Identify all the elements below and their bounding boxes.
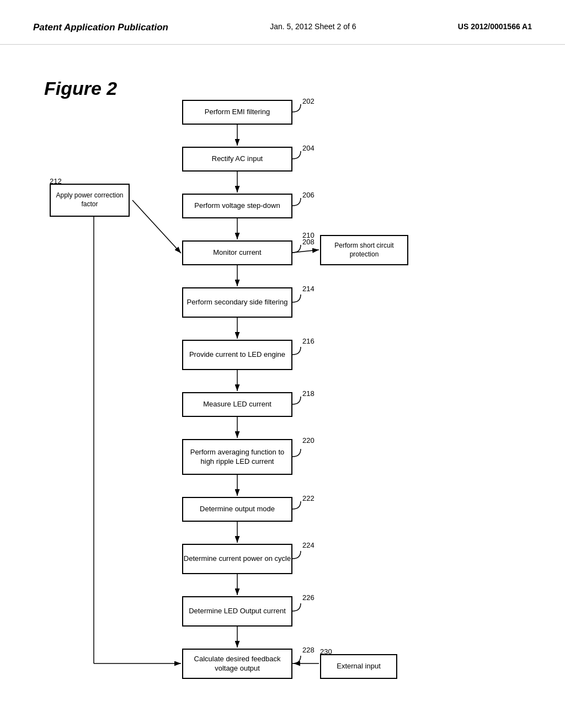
ref-210: 210 [302,231,315,239]
header-center: Jan. 5, 2012 Sheet 2 of 6 [270,22,356,31]
ref-224: 224 [302,541,315,549]
box-212: Apply power correction factor [50,184,130,217]
ref-204: 204 [302,144,315,152]
ref-202: 202 [302,97,315,105]
ref-220: 220 [302,436,315,445]
ref-226: 226 [302,593,315,602]
ref-206: 206 [302,191,315,199]
ref-216: 216 [302,337,315,345]
box-228: Calculate desired feedback voltage outpu… [182,649,292,679]
box-230: External input [320,654,397,679]
ref-222: 222 [302,494,315,502]
diagram-area: Figure 2 [0,45,565,718]
header-left: Patent Application Publication [33,22,168,33]
box-206: Perform voltage step-down [182,194,292,218]
box-204: Rectify AC input [182,147,292,172]
box-210: Perform short circuit protection [320,235,408,265]
box-224: Determine current power on cycle [182,544,292,574]
figure-label: Figure 2 [44,78,117,99]
header-right: US 2012/0001566 A1 [458,22,532,31]
svg-line-4 [292,250,319,253]
box-220: Perform averaging function to high rippl… [182,439,292,475]
box-202: Perform EMI filtering [182,100,292,125]
ref-218: 218 [302,389,315,398]
ref-228: 228 [302,646,315,654]
box-216: Provide current to LED engine [182,340,292,370]
ref-230: 230 [320,647,332,656]
box-222: Determine output mode [182,497,292,522]
box-218: Measure LED current [182,392,292,417]
box-214: Perform secondary side filtering [182,287,292,318]
svg-line-6 [132,200,181,253]
ref-214: 214 [302,285,315,293]
box-226: Determine LED Output current [182,596,292,627]
ref-212: 212 [50,177,62,185]
page-header: Patent Application Publication Jan. 5, 2… [0,0,565,45]
box-208: Monitor current [182,240,292,265]
